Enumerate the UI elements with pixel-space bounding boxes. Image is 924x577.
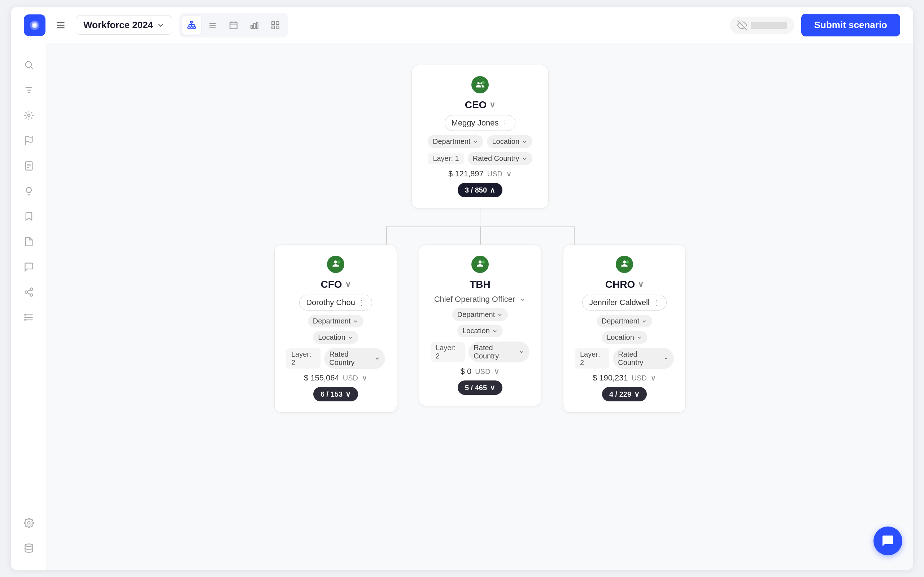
view-calendar[interactable] [224,16,243,35]
chro-tags: Department Location [575,315,674,344]
tbh-salary: $ 0 USD ∨ [460,367,500,376]
cfo-salary-chevron[interactable]: ∨ [362,373,367,383]
chro-location-tag[interactable]: Location [602,331,647,344]
svg-point-56 [481,260,485,264]
svg-rect-23 [254,23,255,28]
ceo-salary-chevron[interactable]: ∨ [506,169,512,179]
chro-count-pill[interactable]: 4 / 229 ∨ [602,387,647,401]
svg-rect-22 [251,25,252,29]
chro-rated-country-tag[interactable]: Rated Country [613,348,674,369]
ceo-rated-country-tag[interactable]: Rated Country [468,152,532,165]
chro-title[interactable]: CHRO ∨ [605,279,643,290]
sidebar-item-filter[interactable] [18,79,40,101]
ceo-name-pill[interactable]: Meggy Jones ⋮ [445,115,516,131]
svg-point-2 [33,24,36,27]
sidebar-item-chat[interactable] [18,256,40,278]
svg-point-42 [25,291,27,293]
scenario-selector[interactable]: Workforce 2024 [76,16,172,35]
sidebar-item-tools[interactable] [18,105,40,126]
user-area[interactable] [730,16,794,34]
app-logo[interactable] [24,15,45,36]
sidebar-item-settings[interactable] [18,512,40,534]
sidebar-item-share[interactable] [18,281,40,303]
cfo-card: CFO ∨ Dorothy Chou ⋮ Department [274,245,397,413]
tbh-subtitle: Chief Operating Officer [434,295,526,304]
svg-rect-26 [276,22,279,24]
cfo-connector-up [386,226,387,245]
sidebar-item-list2[interactable] [18,306,40,328]
ceo-department-tag[interactable]: Department [428,135,484,148]
tbh-department-tag[interactable]: Department [452,308,508,321]
tbh-layer-badge: Layer: 2 [431,342,465,362]
tbh-salary-chevron[interactable]: ∨ [494,367,499,376]
svg-rect-27 [272,26,275,29]
cfo-rated-country-tag[interactable]: Rated Country [324,348,385,369]
svg-point-53 [25,544,32,546]
cfo-count-pill[interactable]: 6 / 153 ∨ [313,387,358,401]
user-name-placeholder [751,22,787,29]
ceo-count-chevron: ∧ [490,186,495,194]
ceo-layer-badge: Layer: 1 [428,153,464,164]
main-content: CEO ∨ Meggy Jones ⋮ Department Locat [11,43,913,570]
chro-card: CHRO ∨ Jennifer Caldwell ⋮ Department [563,245,686,413]
cfo-name-pill[interactable]: Dorothy Chou ⋮ [299,295,372,311]
chro-department-tag[interactable]: Department [597,315,653,327]
sidebar-item-database[interactable] [18,537,40,559]
view-grid[interactable] [266,16,285,35]
view-list[interactable] [203,16,222,35]
chro-options-icon: ⋮ [653,298,660,307]
tbh-layer-row: Layer: 2 Rated Country [431,342,530,363]
topbar: Workforce 2024 [11,7,913,43]
ceo-count-pill[interactable]: 3 / 850 ∧ [458,183,502,197]
svg-rect-18 [230,22,237,29]
tbh-tags: Department Location [431,308,530,337]
tbh-location-tag[interactable]: Location [457,324,503,337]
sidebar-item-bulb[interactable] [18,180,40,202]
tbh-rated-country-tag[interactable]: Rated Country [468,342,530,363]
svg-rect-7 [188,27,190,28]
tbh-title: TBH [470,279,491,290]
tbh-count-chevron: ∨ [490,384,495,392]
tbh-count-pill[interactable]: 5 / 465 ∨ [458,380,502,395]
tbh-connector-up [480,226,481,245]
ceo-icon-badge [472,76,489,93]
chro-salary-chevron[interactable]: ∨ [650,373,656,383]
ceo-title[interactable]: CEO ∨ [465,99,496,111]
chro-name-pill[interactable]: Jennifer Caldwell ⋮ [582,295,667,311]
svg-point-43 [30,294,32,297]
svg-rect-28 [276,26,279,29]
ceo-tags: Department Location [428,135,532,148]
svg-rect-8 [191,27,193,28]
chro-count-chevron: ∨ [634,390,640,398]
svg-rect-9 [194,27,196,28]
cfo-count-chevron: ∨ [346,390,351,398]
svg-line-31 [31,67,32,69]
ceo-options-icon: ⋮ [501,119,509,127]
cfo-department-tag[interactable]: Department [308,315,364,327]
ceo-chevron: ∨ [489,100,495,110]
svg-line-45 [27,290,30,292]
menu-button[interactable] [53,17,69,33]
children-row: CFO ∨ Dorothy Chou ⋮ Department [274,245,686,413]
svg-point-51 [24,319,25,320]
svg-rect-6 [191,21,193,23]
org-chart: CEO ∨ Meggy Jones ⋮ Department Locat [274,65,686,413]
main-window: Workforce 2024 [11,7,913,570]
svg-point-50 [24,317,25,318]
ceo-location-tag[interactable]: Location [487,135,532,148]
sidebar-item-flag[interactable] [18,130,40,152]
cfo-location-tag[interactable]: Location [313,331,359,344]
cfo-title[interactable]: CFO ∨ [320,279,351,290]
view-chart[interactable] [245,16,264,35]
sidebar-item-file[interactable] [18,231,40,253]
sidebar-item-document[interactable] [18,155,40,177]
view-orgchart[interactable] [182,16,201,35]
svg-point-57 [626,260,629,264]
sidebar-item-bookmark[interactable] [18,206,40,227]
sidebar-item-search[interactable] [18,54,40,76]
ceo-layer-row: Layer: 1 Rated Country [428,152,532,165]
chro-layer-row: Layer: 2 Rated Country [575,348,674,369]
svg-point-55 [337,260,340,264]
chat-button[interactable] [874,527,902,555]
submit-button[interactable]: Submit scenario [801,14,900,36]
